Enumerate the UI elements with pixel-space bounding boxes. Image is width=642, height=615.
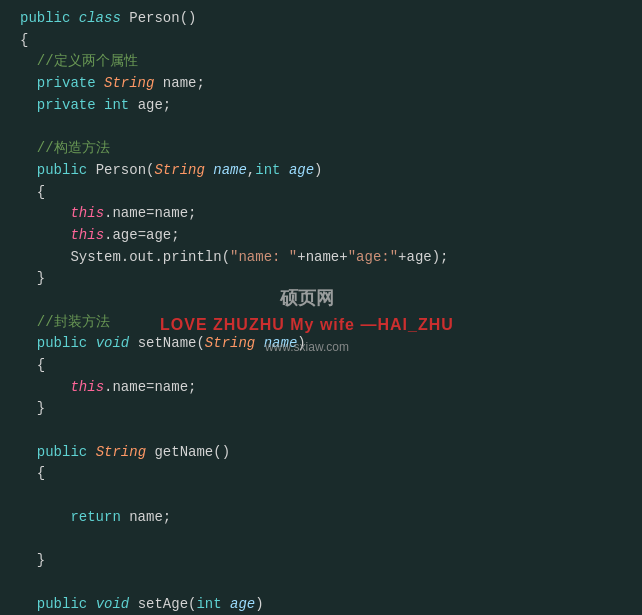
code-line: public String getName() [12,442,642,464]
code-line: { [12,30,642,52]
code-line [12,290,642,312]
code-line: } [12,398,642,420]
code-line: } [12,550,642,572]
code-line: public Person(String name,int age) [12,160,642,182]
code-line: private int age; [12,95,642,117]
code-line: } [12,268,642,290]
code-line [12,116,642,138]
code-editor: public class Person() { //定义两个属性 private… [0,0,642,615]
code-line: //封装方法 [12,312,642,334]
code-line: private String name; [12,73,642,95]
code-line: //构造方法 [12,138,642,160]
code-line: public class Person() [12,8,642,30]
code-line: //定义两个属性 [12,51,642,73]
code-line [12,572,642,594]
code-line: this.age=age; [12,225,642,247]
code-line: return name; [12,507,642,529]
code-line: public void setName(String name) [12,333,642,355]
code-line [12,529,642,551]
code-line: this.name=name; [12,377,642,399]
code-line: { [12,182,642,204]
code-line: this.name=name; [12,203,642,225]
code-line: { [12,463,642,485]
code-line [12,485,642,507]
code-line [12,420,642,442]
code-line: public void setAge(int age) [12,594,642,615]
code-line: { [12,355,642,377]
code-line: System.out.println("name: "+name+"age:"+… [12,247,642,269]
